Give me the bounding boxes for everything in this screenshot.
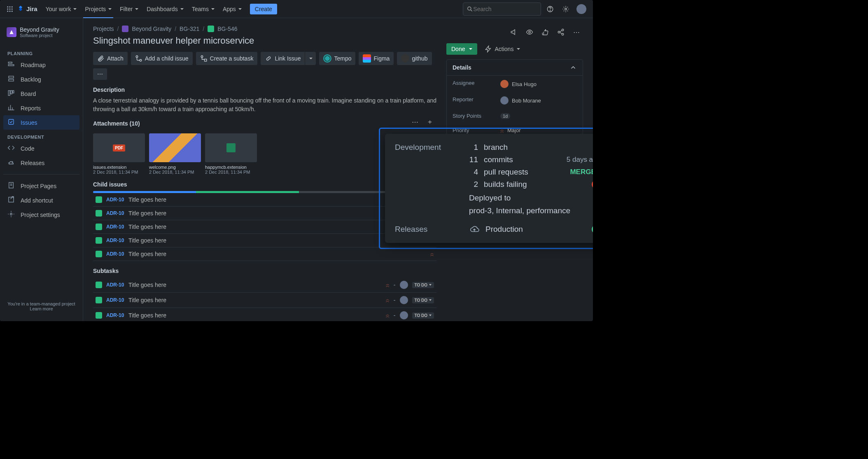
link-issue-button[interactable]: Link Issue [261, 52, 305, 65]
status-button[interactable]: Done [446, 43, 477, 55]
nav-your-work[interactable]: Your work [42, 3, 80, 15]
sidebar-item-roadmap[interactable]: Roadmap [3, 58, 79, 72]
status-dropdown[interactable]: TO DO [412, 312, 434, 319]
deployed-to-label: Deployed to [469, 192, 593, 204]
status-dropdown[interactable]: TO DO [412, 282, 434, 288]
sidebar-footer-link[interactable]: Learn more [7, 306, 76, 311]
settings-icon[interactable] [559, 2, 572, 16]
app-switcher-icon[interactable] [5, 4, 15, 14]
svg-rect-16 [9, 76, 14, 78]
subtask-row[interactable]: ADR-10Title goes here︿︿-TO DO [93, 277, 436, 293]
sidebar-item-backlog[interactable]: Backlog [3, 72, 79, 86]
reporter-value[interactable]: Bob Morane [500, 96, 541, 105]
svg-point-13 [565, 8, 567, 10]
assignee-avatar[interactable] [400, 281, 408, 289]
svg-point-8 [12, 10, 13, 12]
more-actions-icon[interactable]: ⋯ [570, 26, 583, 39]
details-header[interactable]: Details [447, 60, 583, 76]
project-header[interactable]: Beyond Gravity Software project [3, 25, 79, 40]
pdf-icon: PDF [113, 144, 125, 151]
search-box[interactable] [463, 2, 541, 16]
share-icon[interactable] [554, 26, 567, 39]
attachment-card[interactable]: happymcb.extension 2 Dec 2018, 11:34 PM [205, 133, 257, 175]
nav-teams[interactable]: Teams [189, 3, 218, 15]
create-button[interactable]: Create [250, 4, 277, 14]
help-icon[interactable] [544, 2, 557, 16]
sidebar-item-reports[interactable]: Reports [3, 101, 79, 115]
sidebar-item-settings[interactable]: Project settings [3, 207, 79, 222]
avatar-icon [500, 80, 509, 88]
svg-rect-23 [9, 197, 14, 202]
breadcrumb-projects[interactable]: Projects [93, 26, 114, 32]
feedback-icon[interactable] [507, 26, 520, 39]
dev-commits-link[interactable]: 11commits5 days ago [469, 155, 593, 164]
assignee-value[interactable]: Elsa Hugo [500, 80, 537, 88]
figma-app-button[interactable]: Figma [359, 52, 394, 65]
attachments-more-icon[interactable]: ⋯ [408, 115, 422, 128]
issue-key[interactable]: ADR-10 [106, 210, 124, 216]
priority-icon: ︿︿ [430, 252, 434, 256]
status-dropdown[interactable]: TO DO [412, 297, 434, 303]
search-input[interactable] [473, 6, 537, 12]
chevron-down-icon [211, 8, 215, 10]
assignee-avatar[interactable] [400, 311, 408, 319]
sidebar-item-releases[interactable]: Releases [3, 156, 79, 170]
description-text: A close terrestrial analogy is provided … [93, 96, 436, 114]
github-app-button[interactable]: github [397, 52, 432, 65]
priority-icon: ︿︿ [386, 314, 390, 317]
attachment-card[interactable]: PDF issues.extension 2 Dec 2018, 11:34 P… [93, 133, 145, 175]
issue-key[interactable]: ADR-10 [106, 238, 124, 243]
issue-key[interactable]: ADR-10 [106, 297, 124, 303]
sidebar-item-issues[interactable]: Issues [3, 115, 79, 130]
dev-branch-link[interactable]: 1branch [469, 143, 593, 152]
sidebar-item-board[interactable]: Board [3, 86, 79, 101]
watch-icon[interactable] [523, 26, 536, 39]
storypoints-label: Story Points [453, 113, 500, 119]
assignee-avatar[interactable] [400, 296, 408, 304]
nav-apps[interactable]: Apps [219, 3, 245, 15]
attach-button[interactable]: Attach [93, 52, 128, 65]
breadcrumb-issue[interactable]: BG-546 [217, 26, 237, 32]
issue-title: Title goes here [128, 297, 382, 303]
create-subtask-button[interactable]: Create a subtask [196, 52, 258, 65]
nav-filter[interactable]: Filter [117, 3, 142, 15]
dev-builds-link[interactable]: 2builds failing✕ [469, 180, 593, 189]
subtask-row[interactable]: ADR-10Title goes here︿︿-TO DO [93, 308, 436, 321]
issue-key[interactable]: ADR-10 [106, 224, 124, 230]
issue-key[interactable]: ADR-10 [106, 197, 124, 203]
chevron-down-icon [108, 8, 112, 10]
breadcrumb: Projects / Beyond Gravity / BG-321 / BG-… [93, 26, 436, 32]
dev-pullrequests-link[interactable]: 4pull requestsMERGED [469, 168, 593, 177]
breadcrumb-project[interactable]: Beyond Gravity [132, 26, 171, 32]
nav-dashboards[interactable]: Dashboards [143, 3, 187, 15]
image-thumb-icon [149, 133, 201, 162]
more-apps-button[interactable]: ⋯ [93, 68, 107, 80]
nav-projects[interactable]: Projects [82, 3, 115, 15]
assignee-label: Assignee [453, 80, 500, 88]
release-link[interactable]: Production ✓ [469, 225, 593, 234]
subtask-row[interactable]: ADR-10Title goes here︿︿-TO DO [93, 293, 436, 308]
add-attachment-icon[interactable]: ＋ [423, 115, 436, 128]
profile-avatar[interactable] [575, 2, 588, 16]
tempo-app-button[interactable]: Tempo [319, 52, 355, 65]
storypoints-value[interactable]: 1d [500, 113, 510, 119]
story-type-icon [96, 224, 102, 230]
add-child-button[interactable]: Add a child issue [131, 52, 193, 65]
deployed-envs[interactable]: prod-3, Internal, performance [469, 205, 593, 217]
issue-key[interactable]: ADR-10 [106, 282, 124, 288]
sidebar-item-pages[interactable]: Project Pages [3, 179, 79, 193]
sidebar-item-code[interactable]: Code [3, 141, 79, 156]
child-issue-row[interactable]: ADR-10Title goes here︿︿ [93, 247, 436, 261]
sidebar-item-shortcut[interactable]: Add shortcut [3, 193, 79, 207]
svg-point-26 [140, 59, 142, 61]
breadcrumb-epic[interactable]: BG-321 [180, 26, 199, 32]
avatar-icon [500, 96, 509, 105]
issue-key[interactable]: ADR-10 [106, 251, 124, 257]
attachment-card[interactable]: welcome.png 2 Dec 2018, 11:34 PM [149, 133, 201, 175]
sidebar-footer-text: You're in a team-managed project [7, 301, 76, 306]
issue-key[interactable]: ADR-10 [106, 312, 124, 318]
actions-button[interactable]: Actions [481, 43, 524, 55]
jira-logo[interactable]: Jira [16, 5, 37, 13]
vote-icon[interactable] [539, 26, 552, 39]
link-issue-dropdown[interactable] [305, 52, 316, 65]
